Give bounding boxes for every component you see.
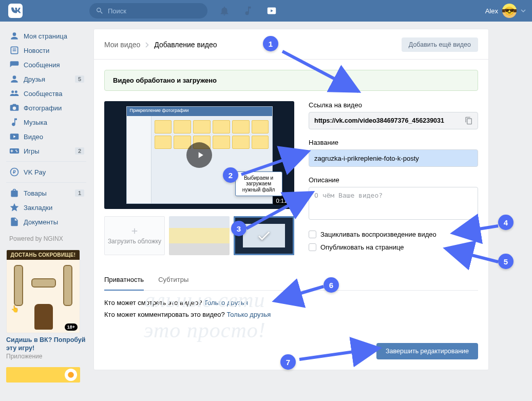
- nav-pay[interactable]: ₽VK Pay: [6, 165, 86, 179]
- avatar: 😎: [502, 4, 517, 18]
- nav-groups[interactable]: Сообщества: [6, 86, 86, 101]
- loop-checkbox[interactable]: [309, 231, 316, 238]
- user-menu[interactable]: Alex 😎: [485, 4, 526, 18]
- promo-header: ДОСТАНЬ СОКРОВИЩЕ!: [7, 250, 80, 260]
- title-label: Название: [309, 139, 478, 146]
- promo-bar[interactable]: [6, 367, 80, 383]
- search-icon: [96, 7, 104, 15]
- desc-textarea[interactable]: [309, 187, 478, 220]
- search-box[interactable]: [89, 3, 207, 18]
- panel-header: Мои видео Добавление видео Добавить ещё …: [94, 29, 488, 60]
- video-preview[interactable]: Прикрепление фотографии Выбираем и загру…: [104, 101, 294, 209]
- tabs: Приватность Субтитры: [104, 270, 478, 291]
- desc-label: Описание: [309, 176, 478, 184]
- age-badge: 18+: [65, 323, 78, 331]
- cover-thumb-2-selected[interactable]: [234, 216, 294, 255]
- top-icons: [219, 5, 277, 16]
- privacy-comment-row: Кто может комментировать это видео? Толь…: [104, 311, 478, 318]
- plus-icon: [130, 226, 139, 236]
- video-icon[interactable]: [266, 5, 277, 16]
- video-link-box: https://vk.com/video384697376_456239031: [309, 112, 478, 129]
- bell-icon[interactable]: [219, 5, 230, 16]
- svg-text:₽: ₽: [13, 169, 16, 175]
- video-link[interactable]: https://vk.com/video384697376_456239031: [314, 117, 462, 124]
- link-label: Ссылка на видео: [309, 101, 478, 109]
- title-input[interactable]: [309, 149, 478, 167]
- vk-logo[interactable]: [8, 4, 23, 18]
- powered-by: Powered by NGINX: [6, 229, 86, 246]
- copy-icon: [465, 117, 473, 125]
- topbar: Alex 😎: [0, 0, 532, 22]
- cover-thumb-1[interactable]: [169, 216, 230, 255]
- copy-link-button[interactable]: [462, 114, 476, 127]
- chevron-down-icon: [521, 8, 526, 13]
- privacy-view-row: Кто может смотреть это видео? Только дру…: [104, 299, 478, 307]
- username: Alex: [485, 7, 498, 15]
- main: Мои видео Добавление видео Добавить ещё …: [93, 29, 489, 383]
- nav-video[interactable]: Видео: [6, 129, 86, 144]
- play-button[interactable]: [186, 142, 212, 168]
- upload-cover-button[interactable]: Загрузить обложку: [104, 216, 165, 255]
- privacy-view-link[interactable]: Только друзья: [204, 299, 248, 307]
- promo-subtitle: Приложение: [6, 353, 86, 360]
- breadcrumb-root[interactable]: Мои видео: [104, 41, 140, 49]
- publish-checkbox[interactable]: [309, 243, 316, 251]
- nav-market[interactable]: Товары1: [6, 186, 86, 200]
- nav-games[interactable]: Игры2: [6, 144, 86, 158]
- nav-messages[interactable]: Сообщения: [6, 58, 86, 72]
- nav-photos[interactable]: Фотографии: [6, 101, 86, 115]
- search-input[interactable]: [108, 7, 201, 15]
- finish-edit-button[interactable]: Завершить редактирование: [376, 343, 478, 359]
- nav-friends[interactable]: Друзья5: [6, 72, 86, 86]
- nav-docs[interactable]: Документы: [6, 215, 86, 229]
- breadcrumb-current: Добавление видео: [154, 41, 217, 49]
- sidebar: Моя страницаНовостиСообщенияДрузья5Сообщ…: [6, 29, 86, 383]
- music-icon[interactable]: [242, 5, 254, 16]
- video-duration: 0:11: [273, 197, 290, 205]
- loop-label: Зацикливать воспроизведение видео: [320, 231, 436, 238]
- promo-box[interactable]: ДОСТАНЬ СОКРОВИЩЕ! 👆 18+ Сидишь в ВК? По…: [6, 250, 86, 383]
- tab-subtitles[interactable]: Субтитры: [158, 270, 188, 290]
- publish-label: Опубликовать на странице: [320, 243, 404, 251]
- promo-title[interactable]: Сидишь в ВК? Попробуй эту игру!: [6, 336, 86, 352]
- check-icon: [256, 228, 272, 243]
- add-more-video-button[interactable]: Добавить ещё видео: [402, 37, 478, 52]
- nav-music[interactable]: Музыка: [6, 115, 86, 129]
- nav-news[interactable]: Новости: [6, 43, 86, 58]
- tab-privacy[interactable]: Приватность: [104, 270, 144, 291]
- nav-profile[interactable]: Моя страница: [6, 29, 86, 43]
- nav-bookmarks[interactable]: Закладки: [6, 200, 86, 215]
- success-banner: Видео обработано и загружено: [104, 70, 478, 91]
- chevron-right-icon: [145, 42, 149, 48]
- privacy-comment-link[interactable]: Только друзья: [226, 311, 271, 318]
